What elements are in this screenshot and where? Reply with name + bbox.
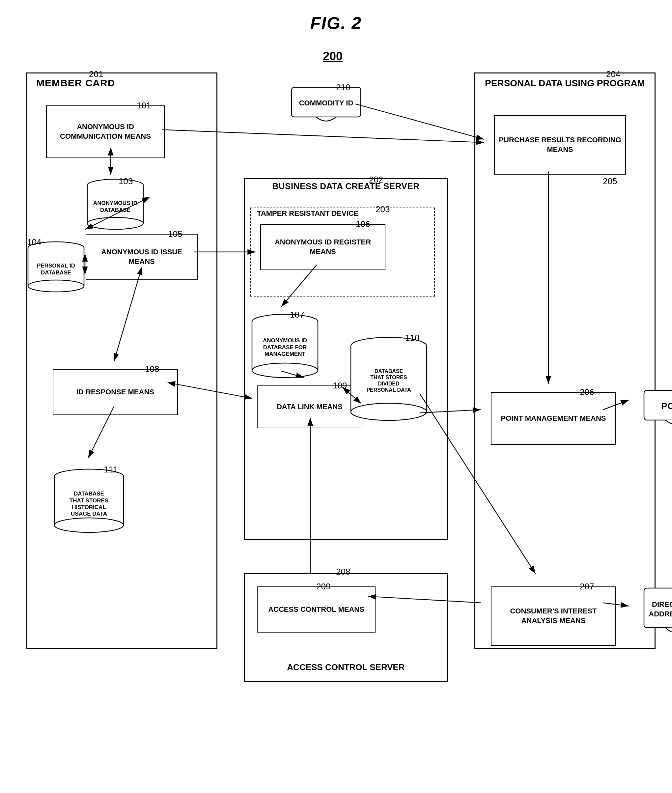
ref-106: 106 — [356, 219, 370, 229]
ref-209: 209 — [316, 582, 330, 592]
point-mgmt-box: POINT MANAGEMENT MEANS — [491, 392, 616, 445]
svg-point-4 — [87, 218, 143, 229]
ref-103: 103 — [118, 176, 133, 186]
ref-111: 111 — [104, 465, 118, 475]
svg-line-31 — [355, 104, 484, 139]
ref-204: 204 — [606, 69, 620, 79]
page-title: FIG. 2 — [0, 0, 672, 33]
svg-point-9 — [28, 280, 84, 292]
ref-207: 207 — [580, 582, 594, 592]
tamper-label: TAMPER RESISTANT DEVICE — [257, 209, 358, 218]
ref-109: 109 — [333, 381, 347, 391]
db-divided-cyl: DATABASETHAT STORESDIVIDEDPERSONAL DATA — [349, 336, 428, 422]
ref-205: 205 — [603, 176, 617, 186]
data-link-box: DATA LINK MEANS — [257, 386, 362, 428]
access-control-box: ACCESS CONTROL MEANS — [257, 586, 376, 633]
member-card-label: MEMBER CARD — [36, 77, 115, 89]
personal-data-label: PERSONAL DATA USING PROGRAM — [481, 77, 649, 89]
ref-201: 201 — [89, 69, 103, 79]
ref-208: 208 — [336, 567, 350, 577]
svg-point-14 — [54, 518, 123, 532]
direct-mail-tag: DIRECT MAIL ADDRESS LIST — [642, 586, 672, 639]
anon-id-comm-box: ANONYMOUS ID COMMUNICATION MEANS — [46, 106, 165, 158]
anon-id-issue-box: ANONYMOUS ID ISSUE MEANS — [86, 234, 198, 280]
purchase-results-box: PURCHASE RESULTS RECORDING MEANS — [494, 115, 626, 175]
id-response-box: ID RESPONSE MEANS — [53, 369, 178, 415]
diagram-label: 200 — [323, 50, 342, 63]
ref-107: 107 — [290, 310, 304, 320]
ref-110: 110 — [405, 333, 419, 343]
anon-id-register-box: ANONYMOUS ID REGISTER MEANS — [260, 224, 386, 270]
consumer-interest-box: CONSUMER'S INTEREST ANALYSIS MEANS — [491, 586, 616, 646]
ref-210: 210 — [336, 82, 350, 93]
anon-id-mgmt-cyl: ANONYMOUS IDDATABASE FORMANAGEMENT — [250, 313, 320, 379]
access-server-label: ACCESS CONTROL SERVER — [254, 662, 438, 673]
ref-206: 206 — [580, 387, 594, 397]
business-server-label: BUSINESS DATA CREATE SERVER — [254, 181, 438, 191]
commodity-id-tag: COMMODITY ID — [290, 86, 362, 125]
personal-id-db-cyl: PERSONAL IDDATABASE — [26, 240, 86, 293]
svg-point-19 — [252, 363, 318, 378]
ref-202: 202 — [369, 175, 383, 185]
point-tag: POINT — [642, 389, 672, 428]
ref-108: 108 — [145, 364, 159, 374]
ref-101: 101 — [137, 101, 151, 111]
svg-point-24 — [351, 403, 427, 420]
ref-104: 104 — [27, 237, 41, 247]
anon-id-db-cyl: ANONYMOUS IDDATABASE — [86, 178, 145, 231]
ref-203: 203 — [376, 204, 390, 215]
ref-105: 105 — [168, 229, 182, 239]
hist-db-cyl: DATABASETHAT STORESHISTORICALUSAGE DATA — [53, 468, 125, 534]
member-card-box — [26, 72, 218, 649]
